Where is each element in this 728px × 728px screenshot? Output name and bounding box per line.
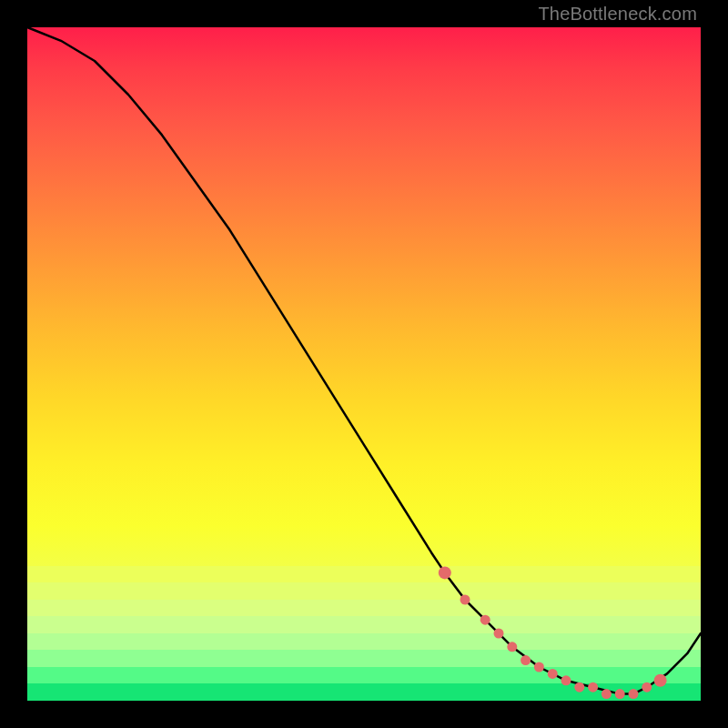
chart-frame: TheBottleneck.com xyxy=(0,0,728,728)
trough-dot xyxy=(507,642,517,652)
trough-dot xyxy=(629,689,639,699)
trough-dots xyxy=(439,566,667,699)
trough-dot xyxy=(521,655,531,665)
trough-dot xyxy=(480,615,490,625)
trough-dot xyxy=(615,689,625,699)
watermark-text: TheBottleneck.com xyxy=(538,4,697,25)
trough-dot xyxy=(588,682,598,693)
trough-dot xyxy=(460,595,470,605)
trough-dot xyxy=(534,662,544,672)
trough-dot xyxy=(602,689,612,699)
trough-dot xyxy=(654,674,667,687)
trough-dot xyxy=(642,682,652,693)
trough-dot xyxy=(439,566,451,579)
curve-layer xyxy=(27,27,701,701)
chart-plot-area xyxy=(27,27,701,701)
trough-dot xyxy=(494,629,504,639)
trough-dot xyxy=(548,669,558,679)
trough-dot xyxy=(574,682,584,693)
trough-dot xyxy=(561,675,571,685)
bottleneck-curve xyxy=(27,27,701,694)
